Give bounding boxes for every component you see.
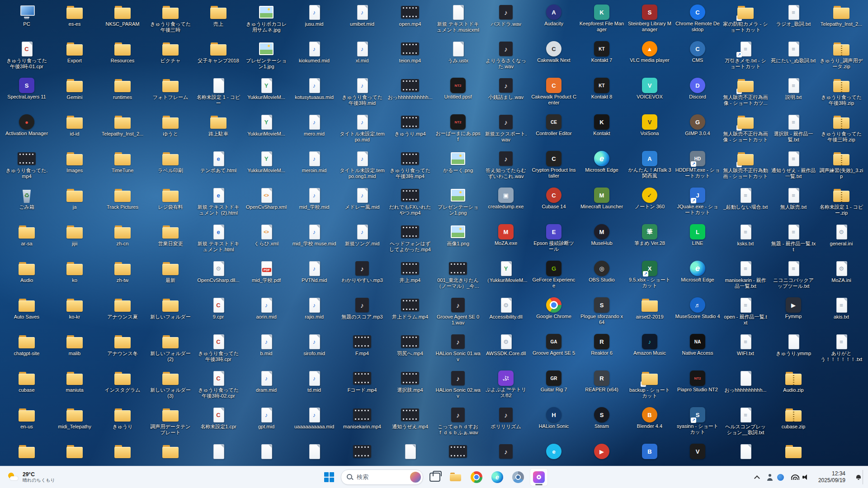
desktop-icon[interactable]: e新規 テキストドキュメント (2).html	[194, 185, 242, 221]
desktop-icon[interactable]: ♪Amazon Music	[626, 331, 674, 368]
desktop-icon[interactable]: MMoZA.exe	[482, 221, 530, 258]
desktop-icon[interactable]: ♬MuseScore Studio 4	[674, 295, 722, 331]
desktop-icon[interactable]: 筆筆まめ Ver.28	[626, 221, 674, 258]
desktop-icon[interactable]: おっhhhhhhhhhh...	[722, 368, 769, 404]
desktop-icon[interactable]: ≡選択肢 - 親作品一覧.txt	[769, 112, 817, 148]
desktop-icon[interactable]: open.mp4	[386, 2, 434, 38]
desktop-icon[interactable]: Microsoft Edge	[578, 148, 626, 185]
desktop-icon[interactable]: 井上ドラム.mp4	[386, 295, 434, 331]
desktop-icon[interactable]: ♪umibet.mid	[338, 2, 386, 38]
desktop-icon[interactable]: ぷぷよぷよ™テトリス®2	[482, 368, 530, 404]
desktop-icon[interactable]: 羽尻へ.mp4	[386, 331, 434, 368]
desktop-icon[interactable]: 新しいフォルダー (2)	[146, 331, 194, 368]
desktop-icon[interactable]: 売上	[194, 2, 242, 38]
desktop-icon[interactable]: malib	[51, 331, 99, 368]
desktop-icon[interactable]: KKontakt	[578, 112, 626, 148]
desktop-icon[interactable]: ヘッドフォンはずしてよかった.mp4	[386, 221, 434, 258]
desktop-icon[interactable]: ≡akis.txt	[817, 295, 865, 331]
desktop-icon[interactable]: ↗無人販売不正行為動画 - ショートカット	[722, 148, 769, 185]
desktop-icon[interactable]: cubase.zip	[769, 404, 817, 441]
desktop-icon[interactable]: Audio	[3, 258, 51, 295]
desktop-icon[interactable]: Telepathy_Inst_2...	[817, 2, 865, 38]
desktop-icon[interactable]: きゅうり食ってた午後3時.mp4	[386, 148, 434, 185]
desktop-icon[interactable]: <>くらひ.xml	[242, 221, 290, 258]
desktop-icon[interactable]: ♪メドレー風.mid	[338, 185, 386, 221]
desktop-icon[interactable]: プレゼンテーション1.jpg	[242, 38, 290, 75]
desktop-icon[interactable]: ≡↗万引きメモ.txt - ショートカット	[722, 38, 769, 75]
desktop-icon[interactable]: PC	[3, 2, 51, 38]
desktop-icon[interactable]: ♪td.mid	[290, 368, 338, 404]
desktop-icon[interactable]: ≡通知うぜえ - 親作品一覧.txt	[769, 148, 817, 185]
desktop-icon[interactable]: バスドラ.wav	[482, 2, 530, 38]
desktop-icon[interactable]: B	[626, 441, 674, 466]
desktop-icon[interactable]: 選択肢.mp4	[386, 368, 434, 404]
desktop-icon[interactable]: ko	[51, 258, 99, 295]
desktop-icon[interactable]: 最新	[146, 258, 194, 295]
browser-profile-button[interactable]	[509, 468, 527, 486]
task-view-button[interactable]	[426, 468, 444, 486]
desktop-icon[interactable]: ♪jusu.mid	[290, 2, 338, 38]
desktop-icon[interactable]: Track Pictures	[99, 185, 146, 221]
desktop-icon[interactable]	[194, 441, 242, 466]
desktop-icon[interactable]	[51, 441, 99, 466]
desktop-icon[interactable]: Cきゅうり食ってた午後3時.cpr	[194, 331, 242, 368]
desktop-icon[interactable]: MMuseHub	[578, 221, 626, 258]
desktop-icon[interactable]: NANative Access	[674, 331, 722, 368]
desktop-icon[interactable]: ♪rajio.mid	[290, 295, 338, 331]
desktop-icon[interactable]	[99, 441, 146, 466]
desktop-icon[interactable]: CCrypton Product Installer	[530, 148, 578, 185]
desktop-icon[interactable]: 無題のスコア.mp3	[338, 295, 386, 331]
desktop-icon[interactable]: 調声練習(失敗)_3.zip	[817, 148, 865, 185]
desktop-icon[interactable]: zh-tw	[99, 258, 146, 295]
desktop-icon[interactable]	[386, 441, 434, 466]
desktop-icon[interactable]: CCubase 14	[530, 185, 578, 221]
desktop-icon[interactable]: cubase	[3, 368, 51, 404]
desktop-icon[interactable]	[146, 441, 194, 466]
desktop-icon[interactable]: だれでもFXいれたやつ.mp4	[386, 185, 434, 221]
desktop-icon[interactable]: SSteinberg Library Manager	[626, 2, 674, 38]
desktop-icon[interactable]: ♪xl.mid	[338, 38, 386, 75]
desktop-icon[interactable]: Audio.zip	[769, 368, 817, 404]
desktop-icon[interactable]: e	[530, 441, 578, 466]
desktop-icon[interactable]: <>OpenCvSharp.xml	[242, 185, 290, 221]
desktop-icon[interactable]: 小銭詰まし.wav	[482, 75, 530, 112]
desktop-icon[interactable]: EEpson 接続診断ツール	[530, 221, 578, 258]
desktop-icon[interactable]: よりうるさくなった.wav	[482, 38, 530, 75]
desktop-icon[interactable]: 新規 テキストドキュメント.musicxml	[434, 2, 482, 38]
desktop-icon[interactable]: ↗backup - ショートカット	[626, 368, 674, 404]
desktop-icon[interactable]	[434, 441, 482, 466]
desktop-icon[interactable]	[290, 441, 338, 466]
desktop-icon[interactable]: LLINE	[674, 221, 722, 258]
desktop-icon[interactable]: GAGroove Agent SE 5	[530, 331, 578, 368]
desktop-icon[interactable]: ♪gpt.mid	[242, 404, 290, 441]
desktop-icon[interactable]: Images	[51, 148, 99, 185]
desktop-icon[interactable]: 名称未設定 1 - コピー.zip	[817, 185, 865, 221]
desktop-icon[interactable]: SPlogue sforzando x64	[578, 295, 626, 331]
desktop-icon[interactable]: 新しいフォルダー (3)	[146, 368, 194, 404]
photos-button[interactable]	[530, 468, 548, 486]
desktop-icon[interactable]: ♪タイトル未設定.tempo.mid	[338, 112, 386, 148]
desktop-icon[interactable]: ≡無題 - 親作品一覧.txt	[769, 221, 817, 258]
desktop-icon[interactable]: Google Chrome	[530, 295, 578, 331]
desktop-icon[interactable]: Y（YukkuriMovieM...	[482, 258, 530, 295]
desktop-icon[interactable]: ♪dram.mid	[242, 368, 290, 404]
desktop-icon[interactable]: ≡WIFI.txt	[722, 331, 769, 368]
desktop-icon[interactable]: S↗syasinn - ショートカット	[674, 404, 722, 441]
desktop-icon[interactable]: KTKontakt 7	[578, 38, 626, 75]
desktop-icon[interactable]: ≡説明.txt	[769, 75, 817, 112]
desktop-icon[interactable]: CCMS	[674, 38, 722, 75]
desktop-icon[interactable]: HALion Sonic 01.wav	[434, 331, 482, 368]
desktop-icon[interactable]: manisekarin.mp4	[338, 404, 386, 441]
desktop-icon[interactable]: ピクチャ	[146, 38, 194, 75]
desktop-icon[interactable]: CEController Editor	[530, 112, 578, 148]
desktop-icon[interactable]: ↗家の防犯カメラ - ショートカット	[722, 2, 769, 38]
desktop-icon[interactable]: Auto Saves	[3, 295, 51, 331]
desktop-icon[interactable]: きゅうり.ymmp	[769, 331, 817, 368]
desktop-icon[interactable]: ♪PVTNd.mid	[290, 258, 338, 295]
file-explorer-button[interactable]	[447, 468, 465, 486]
desktop-icon[interactable]	[338, 441, 386, 466]
desktop-icon[interactable]: インスタグラム	[99, 368, 146, 404]
desktop-icon[interactable]: ゆうと	[146, 112, 194, 148]
desktop-icon[interactable]: ↗無人販売不正行為画像 - ショートカット	[722, 112, 769, 148]
desktop-icon[interactable]: VVoiSona	[626, 112, 674, 148]
